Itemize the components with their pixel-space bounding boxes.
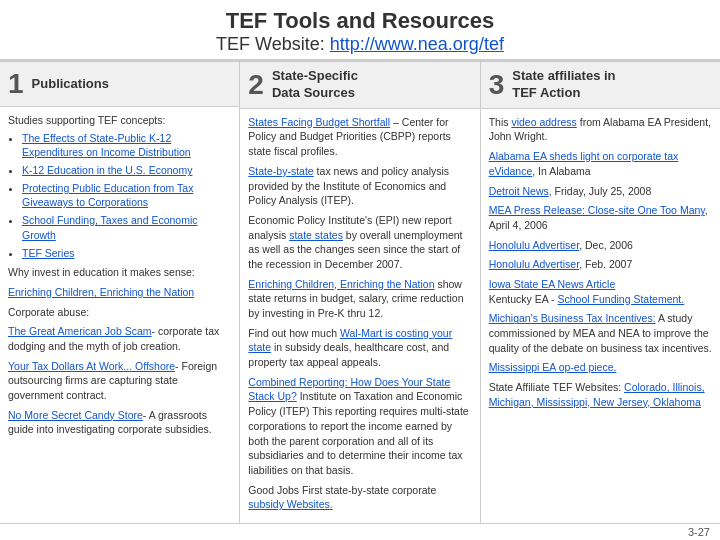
- col1-link-5[interactable]: TEF Series: [22, 247, 75, 259]
- col2-link-4[interactable]: Enriching Children, Enriching the Nation: [248, 278, 434, 290]
- col1-link2-wrap: Enriching Children, Enriching the Nation: [8, 285, 231, 300]
- col3-title: State affiliates inTEF Action: [512, 68, 615, 102]
- col2-p5: Find out how much Wal-Mart is costing yo…: [248, 326, 471, 370]
- col3-p4-rest: , Dec, 2006: [579, 239, 633, 251]
- list-item: Protecting Public Education from Tax Giv…: [22, 181, 231, 210]
- col3-video: This video address from Alabama EA Presi…: [489, 115, 712, 144]
- col2-link-2[interactable]: State-by-state: [248, 165, 313, 177]
- col-data-sources: 2 State-SpecificData Sources States Faci…: [240, 62, 480, 523]
- col1-offshore: Your Tax Dollars At Work... Offshore- Fo…: [8, 359, 231, 403]
- col2-content: States Facing Budget Shortfall – Center …: [240, 109, 479, 523]
- header: TEF Tools and Resources TEF Website: htt…: [0, 0, 720, 61]
- col3-link-6b[interactable]: School Funding Statement.: [558, 293, 685, 305]
- col1-link-2[interactable]: K-12 Education in the U.S. Economy: [22, 164, 192, 176]
- col1-section3: Corporate abuse:: [8, 305, 231, 320]
- col3-link-2[interactable]: Detroit News: [489, 185, 549, 197]
- col2-p5-rest: in subsidy deals, healthcare cost, and p…: [248, 341, 449, 368]
- col3-p6: Iowa State EA News ArticleKentucky EA - …: [489, 277, 712, 306]
- col3-video-prefix: This: [489, 116, 512, 128]
- page: TEF Tools and Resources TEF Website: htt…: [0, 0, 720, 540]
- col1-job-scam: The Great American Job Scam- corporate t…: [8, 324, 231, 353]
- col2-p6-rest: Institute on Taxation and Economic Polic…: [248, 390, 468, 475]
- col2-p1: States Facing Budget Shortfall – Center …: [248, 115, 471, 159]
- col3-p1-rest: , In Alabama: [532, 165, 590, 177]
- col3-link-7[interactable]: Michigan's Business Tax Incentives:: [489, 312, 656, 324]
- col2-p7: Good Jobs First state-by-state corporate…: [248, 483, 471, 512]
- subtitle: TEF Website: http://www.nea.org/tef: [0, 34, 720, 55]
- col-publications: 1 Publications Studies supporting TEF co…: [0, 62, 240, 523]
- col-state-affiliates: 3 State affiliates inTEF Action This vid…: [481, 62, 720, 523]
- list-item: The Effects of State-Public K-12 Expendi…: [22, 131, 231, 160]
- col3-link-6[interactable]: Iowa State EA News Article: [489, 278, 616, 290]
- col1-links-list: The Effects of State-Public K-12 Expendi…: [8, 131, 231, 261]
- col1-link-8[interactable]: Your Tax Dollars At Work... Offshore: [8, 360, 175, 372]
- col3-state-text: State Affiliate TEF Websites:: [489, 381, 624, 393]
- col3-header: 3 State affiliates inTEF Action: [481, 62, 720, 109]
- col1-link-9[interactable]: No More Secret Candy Store: [8, 409, 143, 421]
- col3-link-3[interactable]: MEA Press Release: Close-site One Too Ma…: [489, 204, 705, 216]
- col1-link-7[interactable]: The Great American Job Scam: [8, 325, 152, 337]
- col2-p3: Economic Policy Institute's (EPI) new re…: [248, 213, 471, 272]
- col3-link-8[interactable]: Mississippi EA op-ed piece.: [489, 361, 617, 373]
- col2-p4: Enriching Children, Enriching the Nation…: [248, 277, 471, 321]
- columns-row: 1 Publications Studies supporting TEF co…: [0, 61, 720, 523]
- col2-header: 2 State-SpecificData Sources: [240, 62, 479, 109]
- col3-p8: Mississippi EA op-ed piece.: [489, 360, 712, 375]
- col2-link-3[interactable]: state states: [289, 229, 343, 241]
- col3-content: This video address from Alabama EA Presi…: [481, 109, 720, 523]
- col1-section2: Why invest in education it makes sense:: [8, 265, 231, 280]
- col3-video-link[interactable]: video address: [511, 116, 576, 128]
- col1-section1: Studies supporting TEF concepts:: [8, 113, 231, 128]
- col2-link-1[interactable]: States Facing Budget Shortfall: [248, 116, 390, 128]
- col3-p6-sub: Kentucky EA - School Funding Statement.: [489, 293, 685, 305]
- col1-content: Studies supporting TEF concepts: The Eff…: [0, 107, 239, 523]
- bottom-bar: 3-27: [0, 523, 720, 540]
- col2-p5-prefix: Find out how much: [248, 327, 340, 339]
- list-item: TEF Series: [22, 246, 231, 261]
- col1-link-4[interactable]: School Funding, Taxes and Economic Growt…: [22, 214, 198, 241]
- page-number: 3-27: [688, 526, 710, 538]
- col2-p6: Combined Reporting: How Does Your State …: [248, 375, 471, 478]
- tef-website-link[interactable]: http://www.nea.org/tef: [330, 34, 504, 54]
- col1-number: 1: [8, 70, 24, 98]
- col1-title: Publications: [32, 76, 109, 93]
- col3-p7: Michigan's Business Tax Incentives: A st…: [489, 311, 712, 355]
- col1-link-1[interactable]: The Effects of State-Public K-12 Expendi…: [22, 132, 191, 159]
- col3-p2-rest: , Friday, July 25, 2008: [549, 185, 652, 197]
- list-item: School Funding, Taxes and Economic Growt…: [22, 213, 231, 242]
- col3-link-5[interactable]: Honolulu Advertiser: [489, 258, 579, 270]
- col2-number: 2: [248, 71, 264, 99]
- col3-p5-rest: , Feb. 2007: [579, 258, 632, 270]
- col3-p1: Alabama EA sheds light on corporate tax …: [489, 149, 712, 178]
- main-title: TEF Tools and Resources: [0, 8, 720, 34]
- col2-p7-prefix: Good Jobs First state-by-state corporate: [248, 484, 436, 496]
- col1-link-3[interactable]: Protecting Public Education from Tax Giv…: [22, 182, 193, 209]
- col1-header: 1 Publications: [0, 62, 239, 107]
- col2-p2: State-by-state tax news and policy analy…: [248, 164, 471, 208]
- col1-candy: No More Secret Candy Store- A grassroots…: [8, 408, 231, 437]
- col2-title: State-SpecificData Sources: [272, 68, 358, 102]
- col3-p4: Honolulu Advertiser, Dec, 2006: [489, 238, 712, 253]
- col3-state-list: State Affiliate TEF Websites: Colorado, …: [489, 380, 712, 409]
- col2-link-7[interactable]: subsidy Websites.: [248, 498, 332, 510]
- col3-p3: MEA Press Release: Close-site One Too Ma…: [489, 203, 712, 232]
- list-item: K-12 Education in the U.S. Economy: [22, 163, 231, 178]
- col1-link-6[interactable]: Enriching Children, Enriching the Nation: [8, 286, 194, 298]
- col3-p5: Honolulu Advertiser, Feb. 2007: [489, 257, 712, 272]
- col3-number: 3: [489, 71, 505, 99]
- col3-link-4[interactable]: Honolulu Advertiser: [489, 239, 579, 251]
- col3-p2: Detroit News, Friday, July 25, 2008: [489, 184, 712, 199]
- subtitle-text: TEF Website:: [216, 34, 330, 54]
